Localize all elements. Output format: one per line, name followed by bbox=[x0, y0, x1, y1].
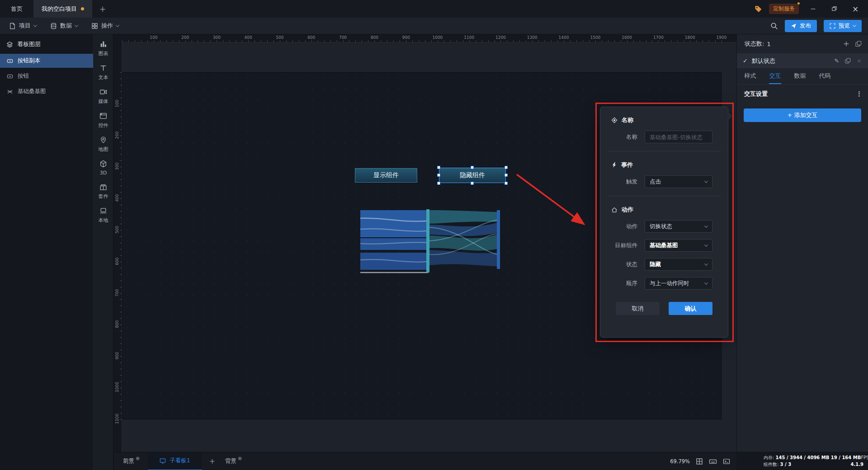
chevron-down-icon bbox=[33, 23, 37, 27]
layer-item-sankey[interactable]: 基础桑基图 bbox=[0, 85, 93, 99]
search-icon[interactable] bbox=[770, 22, 778, 30]
state-select[interactable]: 隐藏 bbox=[645, 258, 712, 271]
asset-3d[interactable]: 3D bbox=[94, 160, 113, 176]
minimize-button[interactable] bbox=[806, 0, 820, 18]
canvas-show-component-button[interactable]: 显示组件 bbox=[355, 168, 417, 183]
edit-state-icon[interactable]: ✎ bbox=[834, 57, 839, 64]
ruler-h: 1002003004005006007008009001000110012001… bbox=[114, 34, 736, 42]
custom-service-badge[interactable]: 定制服务 bbox=[769, 4, 799, 14]
state-value: 隐藏 bbox=[650, 261, 661, 268]
ruler-h-number: 1800 bbox=[685, 35, 695, 40]
console-icon[interactable] bbox=[723, 458, 730, 465]
publish-button[interactable]: 发布 bbox=[785, 20, 817, 32]
tab-project[interactable]: 我的空白项目 bbox=[33, 0, 92, 18]
canvas-hide-component-button[interactable]: 隐藏组件 bbox=[439, 168, 506, 183]
ruler-h-number: 1900 bbox=[717, 35, 727, 40]
ruler-h-number: 100 bbox=[150, 35, 157, 40]
tab-interaction[interactable]: 交互 bbox=[763, 68, 788, 84]
delete-state-icon[interactable]: × bbox=[857, 57, 862, 64]
confirm-button[interactable]: 确认 bbox=[669, 302, 712, 315]
add-interaction-button[interactable]: + 添加交互 bbox=[744, 108, 861, 122]
new-tab-button[interactable]: + bbox=[92, 0, 113, 18]
preview-button[interactable]: 预览 bbox=[824, 20, 862, 32]
background-button[interactable]: 背景⊕ bbox=[222, 457, 242, 465]
menu-project[interactable]: 项目 bbox=[9, 22, 37, 30]
action-value: 切换状态 bbox=[650, 223, 672, 230]
show-button-label: 显示组件 bbox=[373, 171, 399, 179]
laptop-icon bbox=[99, 207, 107, 215]
ruler-h-number: 1400 bbox=[559, 35, 569, 40]
duplicate-state-icon[interactable] bbox=[845, 58, 851, 64]
sankey-chart[interactable] bbox=[360, 209, 500, 279]
ruler-v-number: 1000 bbox=[115, 382, 119, 392]
tab-code[interactable]: 代码 bbox=[812, 68, 837, 84]
close-button[interactable]: × bbox=[848, 0, 863, 18]
ruler-h-number: 500 bbox=[276, 35, 283, 40]
asset-kits[interactable]: 套件 bbox=[94, 183, 113, 200]
kebab-menu-icon[interactable]: ⋮ bbox=[856, 90, 863, 98]
trigger-select[interactable]: 点击 bbox=[645, 175, 712, 188]
resize-handle[interactable] bbox=[505, 166, 508, 169]
ruler-h-number: 1700 bbox=[653, 35, 664, 40]
resize-handle[interactable] bbox=[471, 182, 474, 185]
resize-handle[interactable] bbox=[437, 182, 440, 185]
ruler-v-number: 800 bbox=[115, 319, 119, 329]
keyboard-icon[interactable] bbox=[709, 458, 717, 465]
action-select[interactable]: 切换状态 bbox=[645, 220, 712, 233]
button-widget-icon bbox=[7, 58, 13, 64]
tab-style[interactable]: 样式 bbox=[738, 68, 763, 84]
button-widget-icon bbox=[7, 73, 13, 80]
preview-label: 预览 bbox=[839, 22, 850, 30]
resize-handle[interactable] bbox=[437, 166, 440, 169]
toolbar: 项目 数据 操作 发布 预览 bbox=[0, 18, 868, 34]
ruler-v-number: 100 bbox=[115, 99, 119, 108]
menu-operate[interactable]: 操作 bbox=[91, 22, 119, 30]
circle-plus-icon: ⊕ bbox=[238, 456, 242, 461]
asset-widgets[interactable]: 控件 bbox=[94, 112, 113, 129]
canvas[interactable]: 1002003004005006007008009001000110012001… bbox=[114, 34, 736, 452]
name-input[interactable] bbox=[645, 131, 712, 143]
default-state-row[interactable]: ✓ 默认状态 ✎ × bbox=[737, 53, 868, 68]
asset-media[interactable]: 媒体 bbox=[94, 88, 113, 105]
tab-data[interactable]: 数据 bbox=[788, 68, 812, 84]
ruler-corner bbox=[114, 34, 122, 42]
asset-charts[interactable]: 图表 bbox=[94, 40, 113, 57]
restore-button[interactable] bbox=[827, 0, 841, 18]
ruler-h-number: 800 bbox=[371, 35, 378, 40]
resize-handle[interactable] bbox=[471, 166, 474, 169]
resize-handle[interactable] bbox=[505, 174, 508, 177]
asset-text[interactable]: 文本 bbox=[94, 64, 113, 81]
menu-data[interactable]: 数据 bbox=[50, 22, 78, 30]
ruler-h-number: 400 bbox=[245, 35, 252, 40]
default-state-label: 默认状态 bbox=[752, 57, 775, 65]
zoom-level[interactable]: 69.79% bbox=[670, 458, 690, 465]
state-field-label: 状态 bbox=[611, 261, 645, 268]
fps-label: FPS: bbox=[861, 455, 868, 460]
resize-handle[interactable] bbox=[505, 182, 508, 185]
resize-handle[interactable] bbox=[437, 174, 440, 177]
target-select[interactable]: 基础桑基图 bbox=[645, 239, 712, 252]
subboard-tab[interactable]: 子看板1 bbox=[148, 452, 202, 470]
asset-local[interactable]: 本地 bbox=[94, 207, 113, 224]
right-panel-tabs: 样式 交互 数据 代码 bbox=[737, 68, 868, 85]
monitor-icon bbox=[160, 458, 166, 464]
target-field-label: 目标组件 bbox=[611, 242, 645, 249]
asset-map[interactable]: 地图 bbox=[94, 136, 113, 153]
foreground-button[interactable]: 前景⊕ bbox=[114, 457, 140, 465]
order-select[interactable]: 与上一动作同时 bbox=[645, 277, 712, 290]
cancel-button[interactable]: 取消 bbox=[616, 302, 660, 315]
layer-item-button[interactable]: 按钮 bbox=[0, 69, 93, 83]
grid-view-icon[interactable] bbox=[696, 458, 703, 465]
menu-operate-label: 操作 bbox=[101, 22, 113, 30]
layers-panel: 看板图层 按钮副本 按钮 基础桑基图 bbox=[0, 34, 93, 470]
layer-item-button-copy[interactable]: 按钮副本 bbox=[0, 54, 93, 68]
tab-home[interactable]: 首页 bbox=[0, 0, 33, 18]
ruler-v-number: 900 bbox=[115, 351, 119, 361]
target-value: 基础桑基图 bbox=[650, 242, 678, 249]
ruler-h-number: 1200 bbox=[495, 35, 506, 40]
layers-icon bbox=[6, 41, 13, 48]
add-state-icon[interactable] bbox=[843, 41, 849, 47]
copy-state-icon[interactable] bbox=[855, 41, 862, 47]
tag-icon bbox=[755, 5, 762, 13]
add-subboard-button[interactable]: + bbox=[202, 457, 222, 465]
